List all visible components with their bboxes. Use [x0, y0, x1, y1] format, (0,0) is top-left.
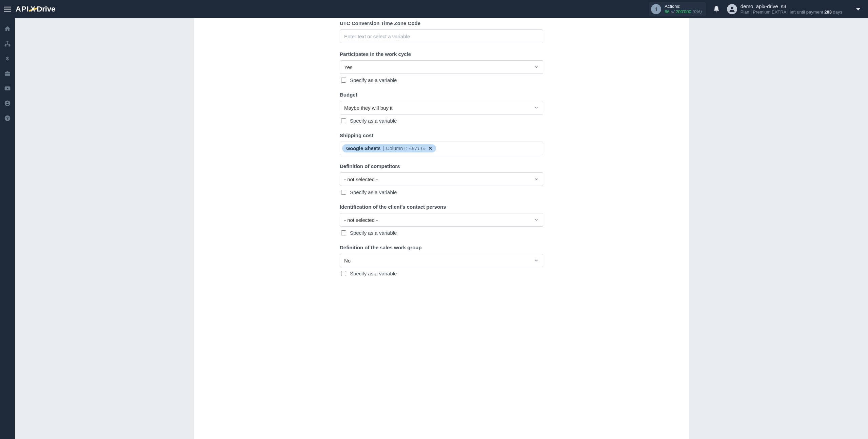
checkbox-participates-label[interactable]: Specify as a variable	[350, 77, 397, 83]
form-panel: UTC Conversion Time Zone Code Participat…	[326, 18, 557, 439]
checkbox-competitors-label[interactable]: Specify as a variable	[350, 189, 397, 195]
user-circle-icon	[4, 100, 11, 107]
svg-point-3	[731, 7, 733, 9]
help-icon: ?	[4, 115, 11, 122]
hamburger-icon	[4, 5, 11, 13]
svg-text:?: ?	[6, 116, 8, 120]
field-utc: UTC Conversion Time Zone Code	[340, 20, 543, 43]
field-shipping: Shipping cost Google Sheets | Column I: …	[340, 132, 543, 155]
sidebar-home[interactable]	[0, 22, 15, 35]
field-contacts: Identification of the client's contact p…	[340, 204, 543, 236]
user-name: demo_apix-drive_s3	[741, 3, 842, 9]
field-participates: Participates in the work cycle Yes Speci…	[340, 51, 543, 84]
topbar: API X Drive i Actions: 66 of 200'000 (0%…	[0, 0, 868, 18]
page-scroll[interactable]: UTC Conversion Time Zone Code Participat…	[15, 18, 868, 439]
svg-text:$: $	[6, 56, 9, 61]
svg-rect-1	[4, 9, 11, 9]
logo-api: API	[16, 5, 29, 14]
select-participates[interactable]: Yes	[340, 60, 543, 74]
input-utc[interactable]	[340, 29, 543, 43]
chip-column: Column I:	[386, 146, 407, 151]
sidebar-help[interactable]: ?	[0, 112, 15, 125]
user-icon	[728, 5, 736, 13]
sidebar-video[interactable]	[0, 82, 15, 95]
sidebar-briefcase[interactable]	[0, 67, 15, 80]
svg-point-11	[7, 102, 8, 103]
checkbox-contacts-variable[interactable]	[341, 230, 346, 235]
select-competitors[interactable]: - not selected -	[340, 172, 543, 186]
dollar-icon: $	[4, 55, 11, 62]
label-budget: Budget	[340, 92, 543, 98]
actions-label: Actions:	[665, 4, 702, 9]
select-competitors-value: - not selected -	[344, 176, 378, 182]
svg-rect-6	[8, 45, 10, 46]
checkbox-participates-variable[interactable]	[341, 78, 346, 83]
sidebar-connections[interactable]	[0, 37, 15, 50]
select-contacts-value: - not selected -	[344, 217, 378, 223]
select-budget[interactable]: Maybe they will buy it	[340, 101, 543, 114]
menu-toggle[interactable]	[0, 0, 15, 18]
select-sales-group-value: No	[344, 258, 351, 264]
label-participates: Participates in the work cycle	[340, 51, 543, 57]
info-icon: i	[651, 4, 661, 14]
user-menu-caret[interactable]	[856, 8, 861, 11]
avatar[interactable]	[727, 4, 737, 14]
input-shipping[interactable]: Google Sheets | Column I: «8711» ✕	[340, 142, 543, 155]
label-utc: UTC Conversion Time Zone Code	[340, 20, 543, 26]
checkbox-sales-group-label[interactable]: Specify as a variable	[350, 271, 397, 276]
logo-x: X	[30, 5, 36, 14]
logo[interactable]: API X Drive	[16, 5, 55, 14]
select-contacts[interactable]: - not selected -	[340, 213, 543, 227]
checkbox-contacts-label[interactable]: Specify as a variable	[350, 230, 397, 236]
svg-rect-4	[7, 41, 8, 42]
sitemap-icon	[4, 40, 11, 47]
notifications-button[interactable]	[711, 3, 722, 15]
label-contacts: Identification of the client's contact p…	[340, 204, 543, 210]
chevron-down-icon	[534, 65, 539, 69]
chevron-down-icon	[534, 105, 539, 110]
chip-shipping-variable[interactable]: Google Sheets | Column I: «8711» ✕	[342, 144, 436, 152]
chip-separator: |	[383, 146, 384, 151]
actions-counter[interactable]: i Actions: 66 of 200'000 (0%)	[649, 2, 706, 16]
briefcase-icon	[4, 70, 11, 77]
chip-value: «8711»	[409, 146, 425, 151]
select-sales-group[interactable]: No	[340, 254, 543, 267]
checkbox-competitors-variable[interactable]	[341, 190, 346, 195]
svg-rect-8	[5, 74, 10, 74]
logo-drive: Drive	[37, 5, 55, 14]
chevron-down-icon	[534, 177, 539, 182]
home-icon	[4, 25, 11, 32]
chevron-down-icon	[534, 258, 539, 263]
sidebar-billing[interactable]: $	[0, 52, 15, 65]
svg-rect-2	[4, 11, 11, 12]
checkbox-budget-variable[interactable]	[341, 118, 346, 123]
chip-source: Google Sheets	[346, 146, 381, 151]
user-plan: Plan | Premium EXTRA | left until paymen…	[741, 9, 842, 15]
label-competitors: Definition of competitors	[340, 163, 543, 169]
label-sales-group: Definition of the sales work group	[340, 245, 543, 250]
canvas: UTC Conversion Time Zone Code Participat…	[194, 18, 689, 439]
sidebar-account[interactable]	[0, 97, 15, 110]
select-participates-value: Yes	[344, 64, 352, 70]
actions-value: 66 of 200'000 (0%)	[665, 9, 702, 15]
chevron-down-icon	[534, 217, 539, 222]
select-budget-value: Maybe they will buy it	[344, 105, 393, 111]
checkbox-budget-label[interactable]: Specify as a variable	[350, 118, 397, 124]
svg-rect-0	[4, 7, 11, 7]
field-competitors: Definition of competitors - not selected…	[340, 163, 543, 196]
sidebar: $ ?	[0, 18, 15, 439]
user-block[interactable]: demo_apix-drive_s3 Plan | Premium EXTRA …	[741, 3, 842, 15]
field-budget: Budget Maybe they will buy it Specify as…	[340, 92, 543, 124]
label-shipping: Shipping cost	[340, 132, 543, 138]
field-sales-group: Definition of the sales work group No Sp…	[340, 245, 543, 277]
actions-text: Actions: 66 of 200'000 (0%)	[665, 4, 702, 14]
chip-remove-icon[interactable]: ✕	[428, 146, 433, 151]
youtube-icon	[4, 85, 11, 92]
bell-icon	[713, 5, 720, 13]
svg-rect-5	[5, 45, 6, 46]
checkbox-sales-group-variable[interactable]	[341, 271, 346, 276]
